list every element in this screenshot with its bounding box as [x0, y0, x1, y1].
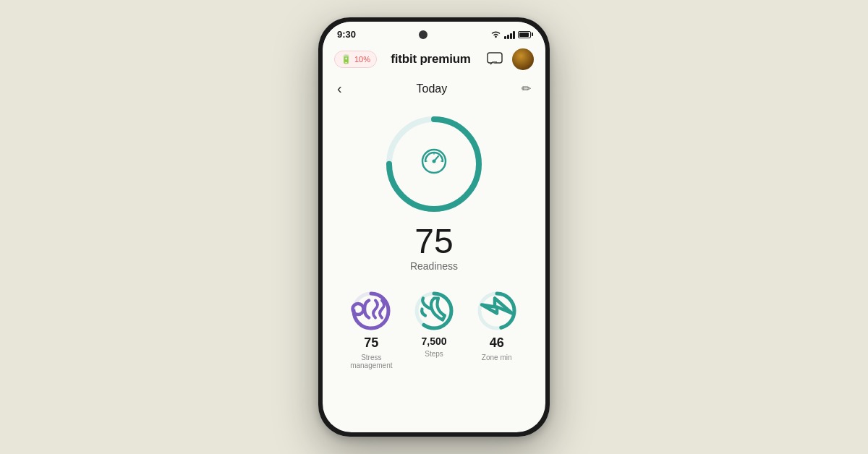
metric-steps[interactable]: 7,500 Steps — [403, 289, 466, 369]
camera-notch — [419, 30, 427, 39]
chat-button[interactable] — [485, 49, 505, 69]
readiness-section[interactable]: 75 Readiness — [380, 110, 488, 272]
battery-badge[interactable]: 🔋 10% — [334, 51, 377, 68]
readiness-ring-container — [380, 110, 488, 218]
status-icons — [490, 30, 531, 39]
signal-icon — [504, 30, 515, 39]
svg-point-6 — [433, 160, 436, 163]
metrics-row: 75 Stressmanagement — [337, 289, 531, 369]
top-nav: 🔋 10% fitbit premium — [323, 44, 545, 77]
steps-icon — [412, 288, 456, 335]
steps-ring — [412, 289, 456, 333]
readiness-gauge-icon — [420, 147, 448, 176]
zone-icon — [475, 288, 519, 335]
status-bar: 9:30 — [323, 22, 545, 44]
stress-label: Stressmanagement — [350, 354, 392, 369]
phone-screen: 9:30 — [323, 22, 545, 432]
zone-label: Zone min — [482, 354, 512, 361]
steps-svg-icon — [412, 288, 456, 331]
avatar-image — [512, 48, 534, 70]
battery-icon — [518, 31, 531, 38]
readiness-label: Readiness — [410, 260, 458, 272]
battery-badge-icon: 🔋 — [341, 54, 352, 64]
sub-nav: ‹ Today ✏ — [323, 77, 545, 103]
stress-ring — [349, 289, 393, 333]
phone-frame: 9:30 — [318, 17, 550, 437]
zone-svg-icon — [475, 288, 519, 331]
zone-ring — [475, 289, 519, 333]
steps-value: 7,500 — [421, 335, 446, 347]
metric-zone[interactable]: 46 Zone min — [465, 289, 528, 369]
user-avatar[interactable] — [512, 48, 534, 70]
nav-right — [485, 48, 534, 70]
svg-point-12 — [353, 304, 364, 314]
stress-icon — [349, 288, 393, 335]
chat-icon — [487, 52, 503, 67]
metric-stress[interactable]: 75 Stressmanagement — [340, 289, 403, 369]
stress-svg-icon — [349, 288, 393, 331]
wifi-icon — [490, 30, 501, 38]
zone-value: 46 — [490, 335, 504, 351]
app-title: fitbit premium — [391, 52, 471, 67]
date-label: Today — [416, 82, 447, 95]
battery-percent: 10% — [354, 55, 370, 64]
steps-label: Steps — [425, 350, 443, 358]
stress-value: 75 — [364, 335, 378, 351]
svg-rect-1 — [488, 53, 502, 63]
edit-button[interactable]: ✏ — [522, 82, 531, 95]
main-content: 75 Readiness — [323, 103, 545, 432]
back-button[interactable]: ‹ — [337, 80, 342, 97]
status-time: 9:30 — [337, 29, 356, 40]
readiness-center-icon — [420, 147, 448, 181]
svg-point-0 — [495, 36, 496, 38]
readiness-value: 75 — [414, 224, 453, 259]
